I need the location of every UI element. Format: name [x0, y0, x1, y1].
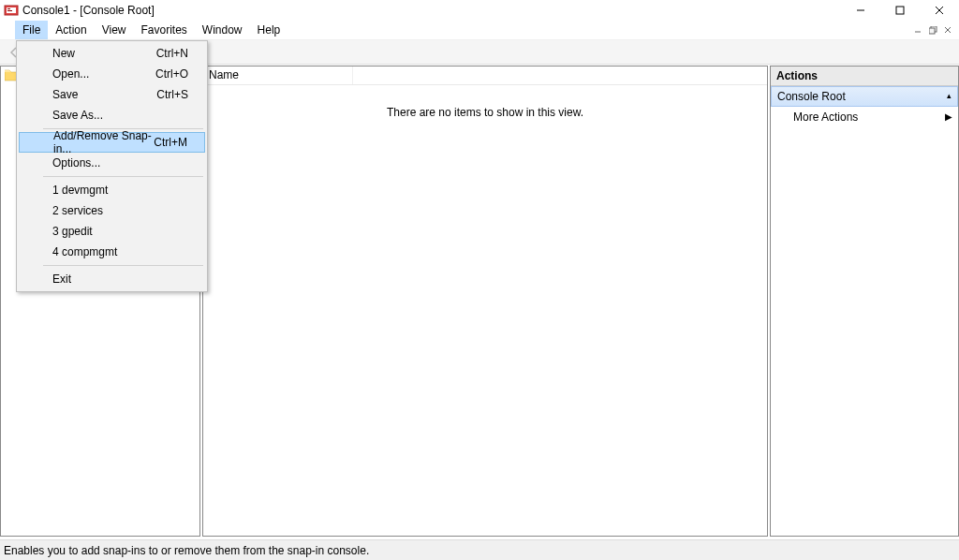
menu-item-label: 4 compmgmt: [52, 245, 117, 258]
app-icon: [4, 3, 19, 18]
menu-item-recent-1[interactable]: 1 devmgmt: [19, 180, 205, 200]
actions-pane: Actions Console Root ▴ More Actions ▶: [770, 66, 959, 537]
window-controls: [841, 0, 959, 21]
mdi-restore-button[interactable]: [925, 23, 940, 37]
maximize-button[interactable]: [880, 0, 920, 21]
svg-rect-3: [7, 10, 12, 11]
menu-item-add-remove-snapin[interactable]: Add/Remove Snap-in... Ctrl+M: [19, 132, 205, 153]
menu-file[interactable]: File: [15, 21, 48, 39]
menu-item-shortcut: Ctrl+S: [156, 88, 188, 101]
list-empty-message: There are no items to show in this view.: [203, 85, 767, 536]
menu-item-recent-4[interactable]: 4 compmgmt: [19, 242, 205, 262]
menu-item-label: Exit: [52, 273, 71, 286]
menu-item-label: Options...: [52, 156, 100, 169]
menu-item-exit[interactable]: Exit: [19, 269, 205, 289]
menu-item-recent-3[interactable]: 3 gpedit: [19, 221, 205, 242]
menu-favorites[interactable]: Favorites: [134, 21, 195, 39]
menu-window[interactable]: Window: [195, 21, 250, 39]
actions-more-actions[interactable]: More Actions ▶: [771, 107, 958, 127]
close-button[interactable]: [920, 0, 959, 21]
menu-item-open[interactable]: Open... Ctrl+O: [19, 64, 205, 84]
menu-separator: [43, 265, 203, 266]
menu-item-save[interactable]: Save Ctrl+S: [19, 84, 205, 105]
minimize-button[interactable]: [841, 0, 880, 21]
title-bar: Console1 - [Console Root]: [0, 0, 959, 21]
actions-section-console-root[interactable]: Console Root ▴: [771, 86, 958, 107]
collapse-icon: ▴: [947, 91, 952, 100]
svg-rect-10: [929, 28, 935, 34]
menu-item-options[interactable]: Options...: [19, 153, 205, 173]
menu-item-label: 3 gpedit: [52, 225, 93, 238]
menu-item-label: Add/Remove Snap-in...: [53, 129, 154, 155]
actions-header: Actions: [771, 66, 958, 86]
menu-item-new[interactable]: New Ctrl+N: [19, 43, 205, 64]
status-text: Enables you to add snap-ins to or remove…: [4, 544, 369, 557]
actions-section-label: Console Root: [777, 90, 846, 103]
mdi-minimize-button[interactable]: [910, 23, 925, 37]
menu-item-shortcut: Ctrl+N: [156, 47, 188, 60]
mdi-close-button[interactable]: [940, 23, 955, 37]
svg-rect-5: [896, 7, 904, 14]
menu-help[interactable]: Help: [250, 21, 288, 39]
menu-bar: File Action View Favorites Window Help: [0, 21, 959, 40]
menu-item-save-as[interactable]: Save As...: [19, 105, 205, 125]
list-column-name[interactable]: Name: [203, 66, 353, 84]
window-title: Console1 - [Console Root]: [22, 4, 155, 17]
status-bar: Enables you to add snap-ins to or remove…: [0, 539, 959, 560]
menu-view[interactable]: View: [95, 21, 134, 39]
menu-item-shortcut: Ctrl+M: [154, 136, 187, 149]
menu-action[interactable]: Action: [48, 21, 94, 39]
list-header: Name: [203, 66, 767, 85]
actions-more-label: More Actions: [793, 111, 858, 124]
menu-item-recent-2[interactable]: 2 services: [19, 200, 205, 221]
menu-item-shortcut: Ctrl+O: [155, 67, 188, 81]
menu-item-label: 1 devmgmt: [52, 184, 108, 197]
svg-rect-2: [7, 8, 10, 9]
menu-item-label: 2 services: [52, 204, 103, 217]
list-pane[interactable]: Name There are no items to show in this …: [202, 66, 768, 537]
menu-item-label: Save As...: [52, 109, 103, 122]
mdi-controls: [910, 23, 955, 37]
menu-item-label: Open...: [52, 67, 89, 81]
menu-item-label: Save: [52, 88, 78, 101]
arrow-right-icon: ▶: [945, 111, 952, 122]
menu-separator: [43, 176, 203, 177]
file-menu-dropdown: New Ctrl+N Open... Ctrl+O Save Ctrl+S Sa…: [16, 40, 208, 292]
menu-item-label: New: [52, 47, 75, 60]
